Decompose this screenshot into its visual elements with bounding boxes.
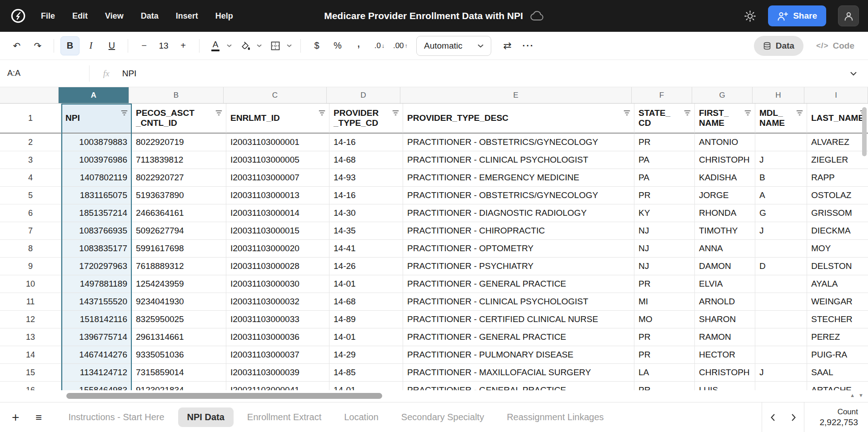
cell-C7[interactable]: I20031103000015 xyxy=(226,222,329,240)
cell-H12[interactable] xyxy=(755,311,807,328)
theme-toggle-icon[interactable] xyxy=(744,10,756,22)
vertical-scrollbar[interactable] xyxy=(862,107,867,156)
cell-C11[interactable]: I20031103000032 xyxy=(226,293,329,311)
cell-F4[interactable]: PA xyxy=(634,169,695,187)
cell-A9[interactable]: 1720297963 xyxy=(61,258,132,275)
cell-I15[interactable]: SAAL xyxy=(807,364,868,382)
cell-F7[interactable]: NJ xyxy=(634,222,695,240)
filter-icon[interactable] xyxy=(319,108,325,118)
cell-D9[interactable]: 14-26 xyxy=(329,258,403,275)
fill-color-button[interactable] xyxy=(236,36,255,55)
cell-B2[interactable]: 8022920719 xyxy=(132,134,226,151)
cell-C13[interactable]: I20031103000036 xyxy=(226,328,329,346)
cell-I13[interactable]: PEREZ xyxy=(807,328,868,346)
header-cell-F1[interactable]: STATE_CD xyxy=(634,104,695,134)
tabs-scroll-right-button[interactable] xyxy=(783,402,804,432)
row-number-13[interactable]: 13 xyxy=(0,328,61,346)
cell-G9[interactable]: DAMON xyxy=(695,258,755,275)
cell-C9[interactable]: I20031103000028 xyxy=(226,258,329,275)
select-all-corner[interactable] xyxy=(0,87,59,103)
cell-D11[interactable]: 14-68 xyxy=(329,293,403,311)
menu-view[interactable]: View xyxy=(105,11,124,21)
filter-icon[interactable] xyxy=(796,108,803,118)
decrease-decimals-button[interactable]: .0↓ xyxy=(370,36,389,55)
cell-D15[interactable]: 14-85 xyxy=(329,364,403,382)
header-cell-C1[interactable]: ENRLMT_ID xyxy=(226,104,329,134)
row-number-3[interactable]: 3 xyxy=(0,151,61,169)
cell-I10[interactable]: AYALA xyxy=(807,275,868,293)
cell-D5[interactable]: 14-16 xyxy=(329,187,403,204)
cell-B13[interactable]: 2961314661 xyxy=(132,328,226,346)
cell-F14[interactable]: PR xyxy=(634,346,695,364)
cell-H13[interactable] xyxy=(755,328,807,346)
column-header-G[interactable]: G xyxy=(692,87,753,103)
row-number-5[interactable]: 5 xyxy=(0,187,61,204)
cell-H8[interactable] xyxy=(755,240,807,258)
cell-A5[interactable]: 1831165075 xyxy=(61,187,132,204)
swap-icon[interactable]: ⇄ xyxy=(498,36,517,55)
cell-G4[interactable]: KADISHA xyxy=(695,169,755,187)
cell-I9[interactable]: DELSTON xyxy=(807,258,868,275)
cell-E14[interactable]: PRACTITIONER - PULMONARY DISEASE xyxy=(403,346,634,364)
horizontal-scrollbar[interactable] xyxy=(66,393,382,399)
cell-F15[interactable]: LA xyxy=(634,364,695,382)
menu-data[interactable]: Data xyxy=(141,11,159,21)
borders-button[interactable] xyxy=(266,36,285,55)
cell-F6[interactable]: KY xyxy=(634,204,695,222)
cell-G7[interactable]: TIMOTHY xyxy=(695,222,755,240)
header-cell-B1[interactable]: PECOS_ASCT_CNTL_ID xyxy=(132,104,226,134)
tab-reassignment-linkages[interactable]: Reassignment Linkages xyxy=(498,407,613,427)
increase-decimals-button[interactable]: .00↑ xyxy=(391,36,410,55)
cell-B7[interactable]: 5092627794 xyxy=(132,222,226,240)
row-number-11[interactable]: 11 xyxy=(0,293,61,311)
cell-I3[interactable]: ZIEGLER xyxy=(807,151,868,169)
cell-D3[interactable]: 14-68 xyxy=(329,151,403,169)
column-header-D[interactable]: D xyxy=(327,87,400,103)
row-number-12[interactable]: 12 xyxy=(0,311,61,328)
cell-H15[interactable]: J xyxy=(755,364,807,382)
cell-I12[interactable]: STECHER xyxy=(807,311,868,328)
cell-I8[interactable]: MOY xyxy=(807,240,868,258)
cell-I14[interactable]: PUIG-RA xyxy=(807,346,868,364)
header-cell-H1[interactable]: MDL_NAME xyxy=(755,104,807,134)
underline-button[interactable]: U xyxy=(102,36,121,55)
cell-C12[interactable]: I20031103000033 xyxy=(226,311,329,328)
cell-A11[interactable]: 1437155520 xyxy=(61,293,132,311)
filter-icon[interactable] xyxy=(684,108,691,118)
cell-A3[interactable]: 1003976986 xyxy=(61,151,132,169)
column-header-C[interactable]: C xyxy=(224,87,327,103)
cell-D13[interactable]: 14-01 xyxy=(329,328,403,346)
cell-E5[interactable]: PRACTITIONER - OBSTETRICS/GYNECOLOGY xyxy=(403,187,634,204)
cell-G10[interactable]: ELVIA xyxy=(695,275,755,293)
row-number-15[interactable]: 15 xyxy=(0,364,61,382)
cell-B6[interactable]: 2466364161 xyxy=(132,204,226,222)
cell-E12[interactable]: PRACTITIONER - CERTIFIED CLINICAL NURSE xyxy=(403,311,634,328)
cell-E6[interactable]: PRACTITIONER - DIAGNOSTIC RADIOLOGY xyxy=(403,204,634,222)
cell-F9[interactable]: NJ xyxy=(634,258,695,275)
cell-D6[interactable]: 14-30 xyxy=(329,204,403,222)
cell-E8[interactable]: PRACTITIONER - OPTOMETRY xyxy=(403,240,634,258)
cell-E13[interactable]: PRACTITIONER - GENERAL PRACTICE xyxy=(403,328,634,346)
tab-secondary-specialty[interactable]: Secondary Specialty xyxy=(392,407,493,427)
cell-B5[interactable]: 5193637890 xyxy=(132,187,226,204)
cell-A8[interactable]: 1083835177 xyxy=(61,240,132,258)
column-header-B[interactable]: B xyxy=(129,87,224,103)
formula-bar-expand-icon[interactable] xyxy=(850,71,857,76)
row-number-4[interactable]: 4 xyxy=(0,169,61,187)
cell-F10[interactable]: PR xyxy=(634,275,695,293)
more-options-button[interactable]: ··· xyxy=(519,36,538,55)
cell-I2[interactable]: ALVAREZ xyxy=(807,134,868,151)
cell-D4[interactable]: 14-93 xyxy=(329,169,403,187)
row-number-14[interactable]: 14 xyxy=(0,346,61,364)
cell-H5[interactable]: A xyxy=(755,187,807,204)
cell-A15[interactable]: 1134124712 xyxy=(61,364,132,382)
cell-D12[interactable]: 14-89 xyxy=(329,311,403,328)
cell-C10[interactable]: I20031103000030 xyxy=(226,275,329,293)
cell-E9[interactable]: PRACTITIONER - PSYCHIATRY xyxy=(403,258,634,275)
row-number-9[interactable]: 9 xyxy=(0,258,61,275)
thousands-separator-button[interactable]: , xyxy=(349,36,368,55)
cell-E4[interactable]: PRACTITIONER - EMERGENCY MEDICINE xyxy=(403,169,634,187)
cell-E15[interactable]: PRACTITIONER - MAXILLOFACIAL SURGERY xyxy=(403,364,634,382)
cell-A6[interactable]: 1851357214 xyxy=(61,204,132,222)
cell-C15[interactable]: I20031103000039 xyxy=(226,364,329,382)
